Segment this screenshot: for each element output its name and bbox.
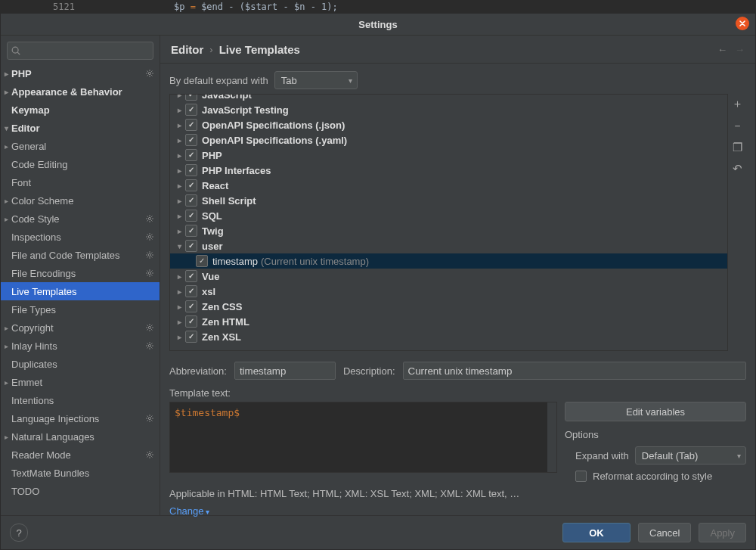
template-group[interactable]: ▸OpenAPI Specifications (.json) (170, 117, 727, 132)
template-group[interactable]: ▸OpenAPI Specifications (.yaml) (170, 132, 727, 148)
chevron-icon[interactable]: ▸ (173, 318, 185, 326)
apply-button[interactable]: Apply (699, 523, 746, 542)
sidebar-item[interactable]: Inspections (1, 228, 160, 246)
sidebar-item[interactable]: TextMate Bundles (1, 464, 160, 482)
chevron-icon[interactable]: ▸ (173, 227, 185, 235)
template-group[interactable]: ▸Vue (170, 269, 727, 284)
group-checkbox[interactable] (185, 331, 197, 343)
sidebar-item[interactable]: Font (1, 173, 160, 191)
group-checkbox[interactable] (185, 315, 197, 328)
nav-back-icon[interactable]: ← (717, 44, 727, 55)
template-group[interactable]: ▸PHP Interfaces (170, 163, 727, 178)
chevron-icon[interactable]: ▸ (173, 166, 185, 175)
template-group[interactable]: ▸xsl (170, 284, 727, 299)
chevron-icon[interactable]: ▸ (173, 197, 185, 205)
group-checkbox[interactable] (185, 240, 197, 252)
group-checkbox[interactable] (185, 104, 197, 116)
template-group[interactable]: ▸Twig (170, 223, 727, 238)
sidebar-item[interactable]: Reader Mode (1, 446, 160, 464)
nav-forward-icon[interactable]: → (735, 44, 745, 55)
template-group[interactable]: ▸JavaScript (170, 94, 727, 102)
gear-icon (144, 213, 155, 224)
help-button[interactable]: ? (10, 524, 28, 542)
group-checkbox[interactable] (185, 270, 197, 282)
sidebar-item[interactable]: ▸Copyright (1, 319, 160, 337)
template-group[interactable]: ▸PHP (170, 148, 727, 163)
template-group[interactable]: ▸Shell Script (170, 193, 727, 208)
sidebar-item[interactable]: File Encodings (1, 264, 160, 282)
reformat-checkbox[interactable] (575, 471, 587, 482)
chevron-icon[interactable]: ▸ (173, 212, 185, 220)
close-icon[interactable] (736, 17, 749, 30)
group-checkbox[interactable] (185, 134, 197, 146)
chevron-icon[interactable]: ▸ (173, 287, 185, 296)
template-group[interactable]: ▾user (170, 238, 727, 253)
search-input[interactable] (7, 42, 153, 60)
template-group[interactable]: ▸React (170, 178, 727, 193)
group-checkbox[interactable] (185, 225, 197, 237)
sidebar-item[interactable]: ▸Code Style (1, 210, 160, 228)
chevron-icon: ▸ (1, 197, 11, 205)
chevron-icon[interactable]: ▸ (173, 303, 185, 311)
chevron-icon[interactable]: ▸ (173, 272, 185, 281)
group-checkbox[interactable] (185, 194, 197, 207)
group-checkbox[interactable] (185, 164, 197, 176)
group-checkbox[interactable] (185, 300, 197, 312)
template-checkbox[interactable] (196, 255, 208, 267)
group-checkbox[interactable] (185, 94, 197, 101)
add-icon[interactable]: ＋ (732, 97, 743, 111)
group-checkbox[interactable] (185, 210, 197, 222)
sidebar-item[interactable]: Code Editing (1, 155, 160, 173)
template-text-input[interactable]: $timestamp$ (169, 402, 557, 473)
template-group[interactable]: ▸Zen HTML (170, 314, 727, 329)
settings-tree[interactable]: ▸PHP▸Appearance & BehaviorKeymap▾Editor▸… (1, 64, 160, 515)
change-link[interactable]: Change (169, 505, 209, 517)
sidebar-item[interactable]: Language Injections (1, 409, 160, 427)
sidebar-item[interactable]: Live Templates (1, 282, 160, 300)
ok-button[interactable]: OK (562, 523, 631, 542)
sidebar-item[interactable]: Keymap (1, 101, 160, 119)
sidebar-item[interactable]: ▸General (1, 137, 160, 155)
chevron-icon[interactable]: ▸ (173, 182, 185, 190)
template-group[interactable]: ▸Zen CSS (170, 299, 727, 314)
remove-icon[interactable]: － (732, 119, 743, 133)
group-checkbox[interactable] (185, 119, 197, 131)
chevron-icon[interactable]: ▾ (173, 242, 185, 250)
sidebar-item[interactable]: ▸Natural Languages (1, 427, 160, 446)
group-checkbox[interactable] (185, 179, 197, 191)
abbreviation-input[interactable] (234, 362, 336, 380)
undo-icon[interactable]: ↶ (733, 162, 742, 176)
template-group[interactable]: ▸Zen XSL (170, 329, 727, 344)
sidebar-item[interactable]: ▸PHP (1, 64, 160, 82)
sidebar-item[interactable]: Duplicates (1, 355, 160, 373)
template-groups-list[interactable]: ▸JavaScript▸JavaScript Testing▸OpenAPI S… (169, 94, 728, 351)
expand-with-option-combo[interactable]: Default (Tab) (635, 446, 746, 465)
copy-icon[interactable]: ❐ (733, 141, 742, 154)
edit-variables-button[interactable]: Edit variables (565, 402, 746, 421)
sidebar-item[interactable]: File and Code Templates (1, 246, 160, 264)
expand-with-combo[interactable]: Tab (274, 71, 358, 89)
group-label: Shell Script (202, 195, 256, 207)
chevron-icon[interactable]: ▸ (173, 94, 185, 99)
sidebar-item[interactable]: TODO (1, 482, 160, 500)
chevron-icon[interactable]: ▸ (173, 106, 185, 114)
scrollbar[interactable] (547, 402, 556, 472)
chevron-icon[interactable]: ▸ (173, 136, 185, 144)
template-group[interactable]: ▸SQL (170, 208, 727, 223)
sidebar-item[interactable]: File Types (1, 300, 160, 319)
chevron-icon[interactable]: ▸ (173, 151, 185, 160)
sidebar-item[interactable]: ▸Inlay Hints (1, 337, 160, 355)
sidebar-item[interactable]: ▸Color Scheme (1, 191, 160, 210)
sidebar-item[interactable]: ▾Editor (1, 119, 160, 137)
sidebar-item[interactable]: Intentions (1, 391, 160, 409)
chevron-icon[interactable]: ▸ (173, 121, 185, 129)
description-input[interactable] (403, 362, 746, 380)
template-item[interactable]: timestamp (Current unix timestamp) (170, 253, 727, 269)
group-checkbox[interactable] (185, 149, 197, 161)
sidebar-item[interactable]: ▸Emmet (1, 373, 160, 391)
chevron-icon[interactable]: ▸ (173, 333, 185, 341)
sidebar-item[interactable]: ▸Appearance & Behavior (1, 82, 160, 101)
template-group[interactable]: ▸JavaScript Testing (170, 102, 727, 117)
cancel-button[interactable]: Cancel (638, 523, 691, 542)
group-checkbox[interactable] (185, 285, 197, 297)
